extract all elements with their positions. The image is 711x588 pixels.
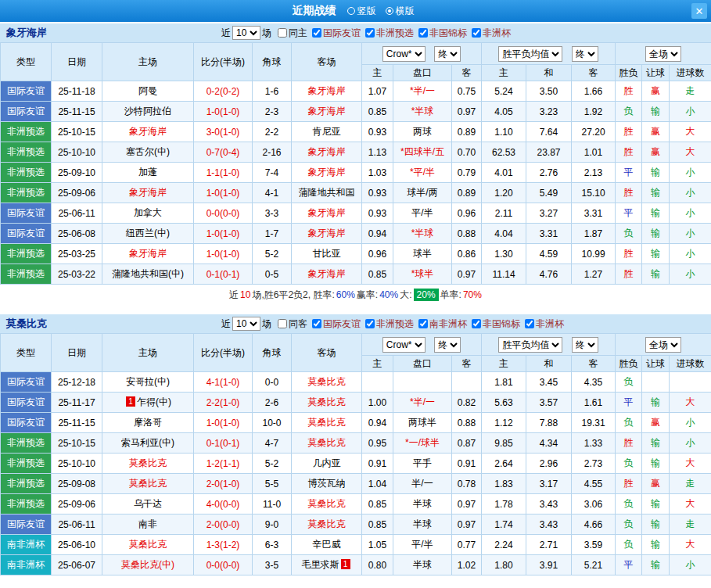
home-team-cell: 莫桑比克 — [102, 454, 194, 474]
away-team-link[interactable]: 象牙海岸 — [308, 228, 346, 238]
away-team-link[interactable]: 辛巴威 — [313, 539, 341, 550]
home-team-cell: 加蓬 — [102, 163, 194, 183]
filter-checkbox[interactable] — [418, 28, 428, 38]
filter-checkbox[interactable] — [278, 319, 287, 328]
away-team-link[interactable]: 象牙海岸 — [308, 146, 346, 157]
euro-draw-odds: 7.64 — [526, 122, 572, 142]
filter-checkbox[interactable] — [472, 28, 481, 38]
away-team-link[interactable]: 象牙海岸 — [308, 268, 346, 279]
odds-stage-select[interactable]: 终 — [434, 337, 461, 353]
euro-draw-odds: 7.88 — [526, 413, 572, 433]
col-type: 类型 — [1, 43, 52, 81]
euro-stage-select[interactable]: 终 — [572, 46, 598, 62]
home-team-link[interactable]: 沙特阿拉伯 — [124, 106, 171, 117]
home-team-link[interactable]: 塞舌尔(中) — [126, 146, 170, 157]
table-row: 非洲预选 25-10-10 塞舌尔(中) 0-7(0-4) 2-16 象牙海岸 … — [1, 142, 711, 163]
asia-away-odds: 0.97 — [452, 494, 482, 514]
result-handicap: 输 — [642, 224, 670, 244]
corners: 0-5 — [253, 264, 292, 285]
euro-home-odds: 1.20 — [482, 183, 526, 203]
filter-checkbox[interactable] — [365, 319, 375, 328]
away-team-link[interactable]: 象牙海岸 — [308, 167, 346, 177]
corners: 6-3 — [253, 535, 292, 555]
table-row: 国际友谊 25-12-18 安哥拉(中) 4-1(1-0) 0-0 莫桑比克 1… — [1, 372, 711, 393]
euro-draw-odds: 3.17 — [526, 474, 572, 494]
match-date: 25-06-08 — [52, 224, 102, 244]
filter-checkbox[interactable] — [418, 319, 428, 328]
away-team-link[interactable]: 象牙海岸 — [308, 85, 346, 96]
red-card-icon: 1 — [126, 396, 135, 407]
home-team-link[interactable]: 摩洛哥 — [134, 417, 162, 428]
home-team-link[interactable]: 莫桑比克 — [129, 478, 167, 489]
away-team-link[interactable]: 蒲隆地共和国 — [299, 187, 355, 198]
col-asia-handicap: 盘口 — [393, 65, 452, 81]
layout-vertical-radio[interactable]: 竖版 — [347, 5, 376, 18]
result-outcome: 负 — [616, 413, 642, 433]
home-team-cell: 蒲隆地共和国(中) — [102, 264, 194, 285]
filter-checkbox[interactable] — [365, 28, 375, 38]
home-team-link[interactable]: 乌干达 — [134, 498, 162, 509]
home-team-link[interactable]: 南非 — [138, 518, 157, 529]
odds-company-select[interactable]: Crow* — [382, 46, 426, 62]
away-team-link[interactable]: 肯尼亚 — [313, 126, 341, 137]
asia-home-odds: 0.91 — [362, 454, 393, 474]
corners: 1-7 — [253, 224, 292, 244]
away-team-link[interactable]: 莫桑比克 — [308, 498, 346, 509]
recent-count-select[interactable]: 10 — [232, 26, 260, 40]
result-goals: 大 — [670, 494, 711, 514]
result-outcome: 胜 — [616, 264, 642, 285]
away-team-cell: 甘比亚 — [292, 244, 362, 264]
match-type-badge: 非洲预选 — [1, 474, 52, 494]
away-team-link[interactable]: 莫桑比克 — [308, 376, 346, 387]
home-team-link[interactable]: 象牙海岸 — [129, 187, 167, 198]
layout-horizontal-radio[interactable]: 横版 — [386, 5, 415, 18]
euro-stage-select[interactable]: 终 — [572, 337, 598, 353]
euro-away-odds: 2.13 — [572, 163, 616, 183]
games-label: 场 — [262, 27, 271, 40]
away-team-link[interactable]: 莫桑比克 — [308, 396, 346, 407]
result-handicap: 赢 — [642, 142, 670, 163]
home-team-link[interactable]: 象牙海岸 — [129, 248, 167, 259]
home-team-link[interactable]: 蒲隆地共和国(中) — [112, 268, 184, 279]
home-team-link[interactable]: 象牙海岸 — [129, 126, 167, 137]
odds-company-select[interactable]: Crow* — [382, 337, 426, 353]
away-team-link[interactable]: 几内亚 — [313, 457, 341, 468]
away-team-link[interactable]: 莫桑比克 — [308, 417, 346, 428]
away-team-link[interactable]: 博茨瓦纳 — [308, 478, 346, 489]
close-button[interactable]: ✕ — [691, 3, 707, 19]
home-team-link[interactable]: 乍得(中) — [137, 396, 171, 407]
match-type-badge: 非洲预选 — [1, 494, 52, 514]
home-team-link[interactable]: 纽西兰(中) — [126, 228, 170, 238]
home-team-cell: 象牙海岸 — [102, 122, 194, 142]
scope-select[interactable]: 全场 — [645, 337, 681, 353]
match-type-badge: 南非洲杯 — [1, 555, 52, 575]
home-team-link[interactable]: 加拿大 — [134, 207, 162, 218]
filter-checkbox[interactable] — [525, 319, 534, 328]
away-team-link[interactable]: 莫桑比克 — [308, 518, 346, 529]
home-team-link[interactable]: 莫桑比克 — [129, 457, 167, 468]
euro-metric-select[interactable]: 胜平负均值 — [498, 46, 562, 62]
euro-metric-select[interactable]: 胜平负均值 — [498, 337, 562, 353]
filter-checkbox[interactable] — [278, 28, 287, 38]
away-team-link[interactable]: 甘比亚 — [313, 248, 341, 259]
odds-stage-select[interactable]: 终 — [434, 46, 461, 62]
euro-home-odds: 4.04 — [482, 224, 526, 244]
recent-count-select[interactable]: 10 — [232, 317, 260, 331]
home-team-link[interactable]: 索马利亚(中) — [121, 437, 174, 448]
home-team-link[interactable]: 莫桑比克 — [129, 539, 167, 550]
away-team-link[interactable]: 毛里求斯 — [302, 559, 339, 570]
asia-away-odds: 0.88 — [452, 224, 482, 244]
record-summary: 近10场,胜6平2负2, 胜率:60% 赢率:40% 大: 20% 单率:70% — [0, 285, 711, 305]
filter-checkbox[interactable] — [312, 28, 321, 38]
home-team-link[interactable]: 阿曼 — [138, 85, 157, 96]
home-team-link[interactable]: 加蓬 — [138, 167, 157, 177]
home-team-link[interactable]: 莫桑比克(中) — [121, 559, 174, 570]
away-team-link[interactable]: 莫桑比克 — [308, 437, 346, 448]
filter-checkbox[interactable] — [312, 319, 321, 328]
away-team-link[interactable]: 象牙海岸 — [308, 106, 346, 117]
filter-checkbox[interactable] — [472, 319, 481, 328]
home-team-link[interactable]: 安哥拉(中) — [126, 376, 170, 387]
scope-select[interactable]: 全场 — [645, 46, 681, 62]
away-team-link[interactable]: 象牙海岸 — [308, 207, 346, 218]
asia-handicap: 平手 — [393, 454, 452, 474]
